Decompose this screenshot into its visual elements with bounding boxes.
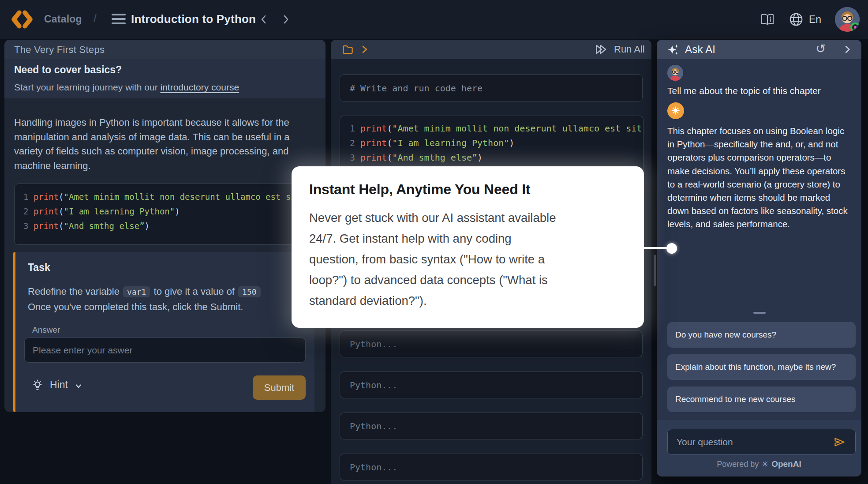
files-folder-icon[interactable] bbox=[342, 44, 354, 55]
prev-chapter-icon[interactable] bbox=[258, 14, 269, 25]
refresh-icon[interactable]: ↺ bbox=[816, 41, 826, 56]
question-input[interactable] bbox=[667, 429, 856, 455]
answer-input[interactable] bbox=[24, 338, 306, 363]
powered-by-text: Powered by bbox=[717, 460, 759, 469]
paragraph-line: Handling images in Python is important b… bbox=[14, 116, 290, 130]
suggestion-explain-function[interactable]: Explain about this function, maybe its n… bbox=[667, 354, 856, 380]
ai-answer: This chapter focuses on using Boolean lo… bbox=[667, 124, 855, 231]
openai-logo-icon: ✳ bbox=[761, 459, 769, 469]
popup-body-line: standard deviation?"). bbox=[309, 290, 626, 311]
openai-knot-icon: ✳ bbox=[671, 105, 680, 117]
ask-ai-header: Ask AI ↺ bbox=[657, 40, 861, 59]
ai-answer-line: determine when items should be marked bbox=[667, 191, 855, 204]
suggestion-recommend-courses[interactable]: Recommend to me new courses bbox=[667, 386, 856, 412]
lightbulb-icon bbox=[31, 379, 44, 391]
basics-heading: Need to cover basics? bbox=[14, 64, 122, 76]
python-cell-4[interactable] bbox=[340, 454, 643, 480]
app-root: Catalog / Introduction to Python bbox=[0, 0, 868, 484]
python-cell-3[interactable] bbox=[340, 413, 643, 439]
sparkles-icon bbox=[666, 43, 680, 56]
send-icon[interactable] bbox=[832, 435, 846, 449]
basics-callout: Need to cover basics? Start your learnin… bbox=[4, 59, 326, 98]
paragraph-line: variety of fields such as computer visio… bbox=[14, 144, 290, 159]
basics-text: Start your learning journey with our int… bbox=[14, 82, 239, 93]
popup-body-line: Never get stuck with our AI assistant av… bbox=[309, 207, 626, 228]
breadcrumb-catalog[interactable]: Catalog bbox=[44, 13, 82, 25]
lesson-paragraph: Handling images in Python is important b… bbox=[14, 116, 290, 173]
lesson-panel-header: The Very First Steps bbox=[4, 40, 326, 59]
code-line: 3 print("And smthg else”) bbox=[15, 219, 316, 233]
user-message: Tell me about the topic of this chapter bbox=[667, 86, 821, 96]
answer-label: Answer bbox=[32, 325, 60, 335]
popup-body-line: loop?") to advanced data concepts ("What… bbox=[309, 270, 626, 290]
suggestion-new-courses[interactable]: Do you have new courses? bbox=[667, 322, 856, 348]
collapse-panel-chevron-icon[interactable] bbox=[842, 44, 853, 55]
task-text: Once you've completed this task, click t… bbox=[28, 301, 243, 312]
brand-logo-icon[interactable] bbox=[10, 7, 34, 32]
popup-connector-dot bbox=[666, 243, 677, 254]
ai-answer-line: make decisions. You’ll apply these opera… bbox=[667, 165, 855, 178]
lesson-code-block[interactable]: 1 print("Amet minim mollit non deserunt … bbox=[14, 184, 317, 245]
drag-handle[interactable] bbox=[753, 312, 766, 314]
editor-toolbar: Run All bbox=[331, 40, 651, 59]
onboarding-popup: Instant Help, Anytime You Need It Never … bbox=[292, 166, 644, 328]
paragraph-line: manipulation and analysis of image data.… bbox=[14, 130, 290, 145]
globe-icon bbox=[789, 12, 804, 27]
openai-brand: OpenAI bbox=[771, 459, 801, 469]
task-section: Task Redefine the variable var1 to give … bbox=[13, 252, 314, 412]
lesson-title: The Very First Steps bbox=[14, 44, 105, 56]
popup-body-line: 24/7. Get instant help with any coding bbox=[309, 228, 626, 249]
popup-title: Instant Help, Anytime You Need It bbox=[309, 181, 626, 198]
task-value-chip: 150 bbox=[238, 286, 261, 297]
code-cell-empty[interactable] bbox=[340, 74, 643, 102]
basics-text-prefix: Start your learning journey with our bbox=[14, 82, 161, 92]
breadcrumb-separator: / bbox=[94, 12, 97, 25]
python-cell-1[interactable] bbox=[340, 330, 643, 357]
popup-connector-line bbox=[640, 247, 667, 249]
openai-avatar: ✳ bbox=[667, 102, 684, 119]
popup-body: Never get stuck with our AI assistant av… bbox=[309, 207, 626, 311]
ai-answer-line: in Python—specifically the and, or, and … bbox=[667, 138, 855, 151]
ask-ai-footer: Powered by ✳ OpenAI bbox=[657, 420, 861, 476]
code-line: 2 print("I am learning Python") bbox=[15, 204, 316, 219]
task-heading: Task bbox=[28, 262, 50, 274]
expand-files-chevron-icon[interactable] bbox=[359, 44, 370, 55]
code-line: 1 print("Amet minim mollit non deserunt … bbox=[15, 190, 316, 204]
ai-answer-line: This chapter focuses on using Boolean lo… bbox=[667, 124, 855, 138]
page-title: Introduction to Python bbox=[131, 12, 256, 26]
ask-ai-title: Ask AI bbox=[685, 43, 715, 56]
ai-answer-line: levels, and sales performance. bbox=[667, 218, 855, 231]
task-text: to give it a value of bbox=[154, 286, 235, 297]
ai-answer-line: operators plus comparison operators—to bbox=[667, 151, 855, 164]
chevron-down-icon bbox=[73, 381, 84, 391]
run-all-button[interactable]: Run All bbox=[595, 43, 645, 56]
run-all-icon bbox=[595, 43, 609, 56]
task-variable-chip: var1 bbox=[123, 286, 150, 297]
code-line: 3 print("And smthg else”) bbox=[340, 150, 643, 165]
task-description: Redefine the variable var1 to give it a … bbox=[28, 284, 306, 315]
lesson-panel: The Very First Steps Need to cover basic… bbox=[4, 40, 326, 412]
ai-answer-line: down based on factors like seasonality, … bbox=[667, 204, 855, 218]
code-line: 1 print("Amet minim mollit non deserunt … bbox=[340, 121, 643, 136]
submit-button[interactable]: Submit bbox=[253, 375, 306, 400]
scrollbar-thumb[interactable] bbox=[654, 255, 656, 286]
introductory-course-link[interactable]: introductory course bbox=[161, 82, 239, 92]
powered-by: Powered by ✳ OpenAI bbox=[657, 459, 861, 469]
glossary-book-icon[interactable] bbox=[760, 13, 775, 26]
next-chapter-icon[interactable] bbox=[280, 14, 292, 25]
language-switcher[interactable]: En bbox=[789, 12, 821, 27]
ask-ai-panel: Ask AI ↺ Tell me about the topic of this… bbox=[657, 40, 861, 476]
chat-user-avatar bbox=[667, 65, 683, 81]
python-cell-2[interactable] bbox=[340, 371, 643, 398]
top-bar: Catalog / Introduction to Python bbox=[0, 0, 868, 39]
hint-label: Hint bbox=[50, 379, 68, 391]
ai-answer-line: to a real-world scenario (a grocery stor… bbox=[667, 178, 855, 191]
code-line: 2 print("I am learning Python") bbox=[340, 136, 643, 150]
task-text: Redefine the variable bbox=[28, 286, 120, 297]
language-label: En bbox=[809, 14, 821, 26]
chapter-menu-icon[interactable] bbox=[112, 14, 126, 24]
avatar-badge bbox=[850, 23, 860, 32]
hint-toggle[interactable]: Hint bbox=[31, 379, 84, 391]
user-avatar[interactable] bbox=[835, 7, 860, 32]
popup-body-line: question, from basic syntax ("How to wri… bbox=[309, 249, 626, 270]
